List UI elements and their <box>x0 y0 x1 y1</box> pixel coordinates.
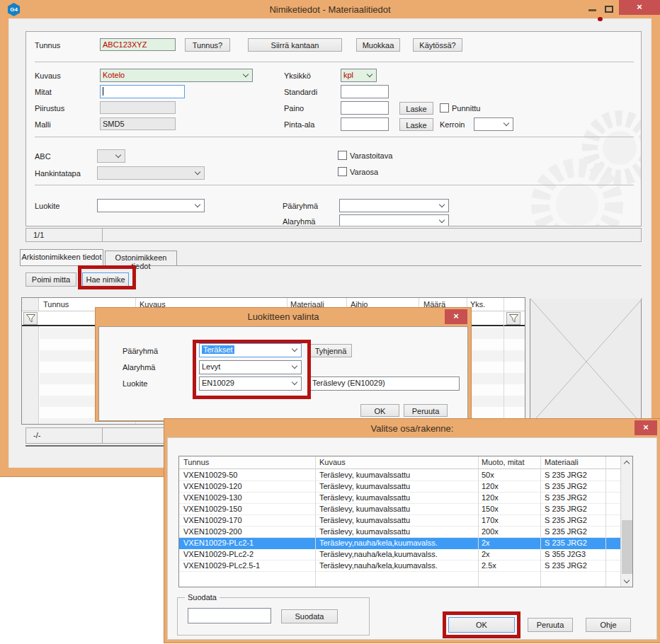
table-cell: S 235 JRG2 <box>545 493 604 502</box>
paino-input[interactable] <box>341 101 389 115</box>
main-titlebar[interactable]: G4 Nimiketiedot - Materiaalitiedot × <box>0 0 660 18</box>
parts-rows: VXEN10029-50Teräslevy, kuumavalssattu50x… <box>179 470 620 587</box>
table-cell: 2x <box>482 550 538 558</box>
dlg-luokite-value: EN10029 <box>202 379 234 387</box>
poimi-mitta-button[interactable]: Poimi mitta <box>25 272 76 287</box>
kaytossa-button[interactable]: Käytössä? <box>413 38 462 52</box>
table-row[interactable]: VXEN10029-PLc2-2Teräslevy,nauha/kela,kuu… <box>179 549 620 560</box>
punnittu-checkbox[interactable] <box>440 103 449 113</box>
suodata-input[interactable] <box>188 608 271 623</box>
funnel-icon <box>26 314 35 323</box>
table-row[interactable]: VXEN10029-200Teräslevy, kuumavalssattu20… <box>179 527 620 538</box>
maximize-button[interactable] <box>601 3 617 16</box>
parts-header-kuvaus[interactable]: Kuvaus <box>319 458 346 466</box>
dlg-paaryhma-value: Teräkset <box>202 345 234 354</box>
dlg-ok-button[interactable]: OK <box>360 404 399 417</box>
laske-paino-button[interactable]: Laske <box>399 102 433 115</box>
suodata-button[interactable]: Suodata <box>281 609 338 623</box>
varastoitava-label: Varastoitava <box>350 151 392 160</box>
hankintatapa-combobox[interactable] <box>97 166 205 180</box>
kerroin-combobox[interactable] <box>474 117 513 131</box>
table-cell: S 235 JRG2 <box>545 539 604 547</box>
muokkaa-button[interactable]: Muokkaa <box>356 38 400 52</box>
varaosa-checkbox[interactable] <box>338 167 347 176</box>
minimize-button[interactable] <box>585 3 601 16</box>
table-cell: 2.5x <box>482 561 538 570</box>
valitse-ohje-button[interactable]: Ohje <box>586 618 631 632</box>
tunnus-question-button[interactable]: Tunnus? <box>185 38 230 52</box>
varastoitava-checkbox[interactable] <box>338 151 347 160</box>
scroll-thumb[interactable] <box>622 520 632 574</box>
grid-header-tunnus[interactable]: Tunnus <box>43 300 69 309</box>
scroll-down-button[interactable] <box>621 575 633 587</box>
kuvaus-combobox[interactable]: Kotelo <box>100 69 253 82</box>
scroll-up-button[interactable] <box>621 456 633 468</box>
table-row[interactable]: VXEN10029-170Teräslevy, kuumavalssattu17… <box>179 515 620 527</box>
tab-arkistonimikkeen-tiedot[interactable]: Arkistonimikkeen tiedot <box>20 249 103 265</box>
dlg-alaryhma-value: Levyt <box>202 362 220 371</box>
abc-combobox[interactable] <box>97 149 125 163</box>
table-row[interactable]: VXEN10029-130Teräslevy, kuumavalssattu12… <box>179 493 620 504</box>
tab-ostonimikkeen-tiedot[interactable]: Ostonimikkeen tiedot <box>105 251 177 265</box>
close-icon: × <box>643 422 649 432</box>
divider <box>35 185 634 185</box>
dlg-alaryhma-combobox[interactable]: Levyt <box>199 360 302 374</box>
chevron-down-icon <box>292 379 297 385</box>
valitse-ok-button[interactable]: OK <box>448 617 515 633</box>
grid-header-yks[interactable]: Yks. <box>470 300 485 309</box>
alaryhma-combobox[interactable] <box>339 214 449 226</box>
close-button[interactable]: × <box>619 0 660 15</box>
chevron-up-icon <box>624 461 630 466</box>
parts-header-muoto[interactable]: Muoto, mitat <box>482 458 525 466</box>
vertical-scrollbar[interactable] <box>620 456 632 587</box>
table-cell: S 235 JRG2 <box>545 471 604 479</box>
hae-nimike-button[interactable]: Hae nimike <box>82 272 129 287</box>
chevron-down-icon <box>243 71 249 77</box>
luokite-combobox[interactable] <box>97 199 205 212</box>
filter-funnel-button-left[interactable] <box>23 312 38 325</box>
table-row[interactable]: VXEN10029-150Teräslevy, kuumavalssattu15… <box>179 504 620 515</box>
tyhjenna-button[interactable]: Tyhjennä <box>309 344 352 357</box>
tunnus-input[interactable]: ABC123XYZ <box>100 38 176 51</box>
valitse-peruuta-button[interactable]: Peruuta <box>528 618 573 632</box>
table-cell: Teräslevy, kuumavalssattu <box>319 471 475 479</box>
standardi-input[interactable] <box>341 85 389 98</box>
close-icon: × <box>637 1 642 12</box>
yksikko-combobox[interactable]: kpl <box>341 69 377 82</box>
siirra-kantaan-button[interactable]: Siirrä kantaan <box>248 38 342 52</box>
laske-pinta-ala-button[interactable]: Laske <box>399 118 433 131</box>
parts-header-tunnus[interactable]: Tunnus <box>183 458 209 466</box>
abc-label: ABC <box>35 152 51 161</box>
table-cell: 2x <box>482 539 538 547</box>
valitse-dialog-close-button[interactable]: × <box>635 420 657 435</box>
table-cell: Teräslevy,nauha/kela,kuumavalss. <box>319 561 475 570</box>
dlg-luokite-desc-input[interactable]: Teräslevy (EN10029) <box>309 376 460 391</box>
table-cell: Teräslevy, kuumavalssattu <box>319 527 475 536</box>
table-cell: 200x <box>482 527 538 536</box>
paaryhma-label: Pääryhmä <box>283 202 318 210</box>
dlg-paaryhma-combobox[interactable]: Teräkset <box>199 343 302 357</box>
column-separator <box>605 456 606 587</box>
paaryhma-combobox[interactable] <box>339 199 449 212</box>
table-row[interactable]: VXEN10029-120Teräslevy, kuumavalssattu12… <box>179 481 620 493</box>
mitat-input[interactable] <box>100 85 185 98</box>
close-icon: × <box>453 311 459 321</box>
kerroin-label: Kerroin <box>440 120 465 129</box>
luokite-dialog-close-button[interactable]: × <box>445 309 467 324</box>
pinta-ala-input[interactable] <box>341 117 389 131</box>
table-cell: S 235 JRG2 <box>545 561 604 570</box>
table-row[interactable]: VXEN10029-50Teräslevy, kuumavalssattu50x… <box>179 470 620 481</box>
dlg-luokite-combobox[interactable]: EN10029 <box>199 376 302 391</box>
table-row[interactable]: VXEN10029-PLc2-1Teräslevy,nauha/kela,kuu… <box>179 538 620 549</box>
status-divider <box>102 428 103 443</box>
table-cell: VXEN10029-200 <box>183 527 312 536</box>
dlg-peruuta-button[interactable]: Peruuta <box>404 404 448 417</box>
table-row[interactable]: VXEN10029-PLc2.5-1Teräslevy,nauha/kela,k… <box>179 560 620 572</box>
filter-funnel-button-right[interactable] <box>506 312 520 325</box>
table-cell: S 235 JRG2 <box>545 516 604 524</box>
mitat-label: Mitat <box>35 88 52 96</box>
luokite-dialog-title: Luokitteen valinta <box>96 311 471 322</box>
divider <box>35 62 634 62</box>
status-count: -/- <box>33 431 40 439</box>
parts-header-materiaali[interactable]: Materiaali <box>545 458 579 466</box>
